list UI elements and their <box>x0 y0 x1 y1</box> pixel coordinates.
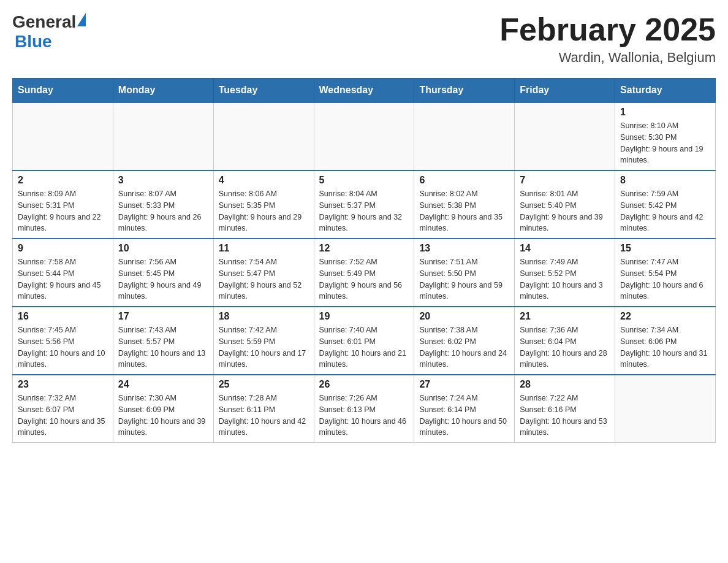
day-number: 18 <box>219 311 309 322</box>
day-number: 14 <box>520 243 610 254</box>
day-info: Sunrise: 8:10 AMSunset: 5:30 PMDaylight:… <box>620 120 710 166</box>
day-number: 20 <box>419 311 509 322</box>
day-info: Sunrise: 7:45 AMSunset: 5:56 PMDaylight:… <box>18 324 108 370</box>
day-info: Sunrise: 7:42 AMSunset: 5:59 PMDaylight:… <box>219 324 309 370</box>
calendar-cell: 28Sunrise: 7:22 AMSunset: 6:16 PMDayligh… <box>515 375 615 443</box>
day-number: 22 <box>620 311 710 322</box>
calendar-cell <box>515 102 615 170</box>
day-info: Sunrise: 7:24 AMSunset: 6:14 PMDaylight:… <box>419 393 509 439</box>
day-number: 24 <box>118 379 208 390</box>
day-info: Sunrise: 7:59 AMSunset: 5:42 PMDaylight:… <box>620 188 710 234</box>
day-info: Sunrise: 7:58 AMSunset: 5:44 PMDaylight:… <box>18 256 108 302</box>
day-number: 2 <box>18 175 108 186</box>
day-info: Sunrise: 7:36 AMSunset: 6:04 PMDaylight:… <box>520 324 610 370</box>
day-number: 3 <box>118 175 208 186</box>
day-number: 4 <box>219 175 309 186</box>
day-info: Sunrise: 8:09 AMSunset: 5:31 PMDaylight:… <box>18 188 108 234</box>
calendar-header-row: SundayMondayTuesdayWednesdayThursdayFrid… <box>13 79 716 103</box>
logo-blue-text: Blue <box>15 32 86 52</box>
calendar-cell: 5Sunrise: 8:04 AMSunset: 5:37 PMDaylight… <box>314 170 414 239</box>
day-number: 19 <box>319 311 409 322</box>
calendar-cell: 4Sunrise: 8:06 AMSunset: 5:35 PMDaylight… <box>213 170 314 239</box>
day-number: 15 <box>620 243 710 254</box>
calendar-cell: 1Sunrise: 8:10 AMSunset: 5:30 PMDaylight… <box>615 102 716 170</box>
calendar-cell: 17Sunrise: 7:43 AMSunset: 5:57 PMDayligh… <box>113 307 213 375</box>
calendar-cell: 7Sunrise: 8:01 AMSunset: 5:40 PMDaylight… <box>515 170 615 239</box>
day-number: 9 <box>18 243 108 254</box>
column-header-monday: Monday <box>113 79 213 103</box>
day-info: Sunrise: 8:04 AMSunset: 5:37 PMDaylight:… <box>319 188 409 234</box>
day-info: Sunrise: 7:54 AMSunset: 5:47 PMDaylight:… <box>219 256 309 302</box>
column-header-friday: Friday <box>515 79 615 103</box>
column-header-thursday: Thursday <box>414 79 515 103</box>
column-header-wednesday: Wednesday <box>314 79 414 103</box>
day-number: 25 <box>219 379 309 390</box>
calendar-cell: 16Sunrise: 7:45 AMSunset: 5:56 PMDayligh… <box>13 307 113 375</box>
day-info: Sunrise: 7:22 AMSunset: 6:16 PMDaylight:… <box>520 393 610 439</box>
day-number: 26 <box>319 379 409 390</box>
day-info: Sunrise: 7:34 AMSunset: 6:06 PMDaylight:… <box>620 324 710 370</box>
day-info: Sunrise: 7:28 AMSunset: 6:11 PMDaylight:… <box>219 393 309 439</box>
column-header-sunday: Sunday <box>13 79 113 103</box>
calendar-cell: 10Sunrise: 7:56 AMSunset: 5:45 PMDayligh… <box>113 239 213 307</box>
day-info: Sunrise: 7:40 AMSunset: 6:01 PMDaylight:… <box>319 324 409 370</box>
day-number: 23 <box>18 379 108 390</box>
calendar-cell: 9Sunrise: 7:58 AMSunset: 5:44 PMDaylight… <box>13 239 113 307</box>
calendar-week-row: 23Sunrise: 7:32 AMSunset: 6:07 PMDayligh… <box>13 375 716 443</box>
day-info: Sunrise: 7:26 AMSunset: 6:13 PMDaylight:… <box>319 393 409 439</box>
calendar-cell: 23Sunrise: 7:32 AMSunset: 6:07 PMDayligh… <box>13 375 113 443</box>
calendar-cell: 21Sunrise: 7:36 AMSunset: 6:04 PMDayligh… <box>515 307 615 375</box>
calendar-cell: 14Sunrise: 7:49 AMSunset: 5:52 PMDayligh… <box>515 239 615 307</box>
day-number: 27 <box>419 379 509 390</box>
month-title: February 2025 <box>499 12 716 47</box>
day-info: Sunrise: 7:51 AMSunset: 5:50 PMDaylight:… <box>419 256 509 302</box>
calendar-week-row: 1Sunrise: 8:10 AMSunset: 5:30 PMDaylight… <box>13 102 716 170</box>
calendar-cell <box>113 102 213 170</box>
calendar-cell: 15Sunrise: 7:47 AMSunset: 5:54 PMDayligh… <box>615 239 716 307</box>
calendar-cell: 24Sunrise: 7:30 AMSunset: 6:09 PMDayligh… <box>113 375 213 443</box>
calendar-cell: 22Sunrise: 7:34 AMSunset: 6:06 PMDayligh… <box>615 307 716 375</box>
day-number: 13 <box>419 243 509 254</box>
day-number: 1 <box>620 107 710 118</box>
calendar-cell: 3Sunrise: 8:07 AMSunset: 5:33 PMDaylight… <box>113 170 213 239</box>
logo-general-text: General <box>12 12 76 32</box>
calendar-cell: 26Sunrise: 7:26 AMSunset: 6:13 PMDayligh… <box>314 375 414 443</box>
day-number: 5 <box>319 175 409 186</box>
calendar-cell: 8Sunrise: 7:59 AMSunset: 5:42 PMDaylight… <box>615 170 716 239</box>
day-info: Sunrise: 7:32 AMSunset: 6:07 PMDaylight:… <box>18 393 108 439</box>
calendar-cell: 12Sunrise: 7:52 AMSunset: 5:49 PMDayligh… <box>314 239 414 307</box>
column-header-saturday: Saturday <box>615 79 716 103</box>
day-info: Sunrise: 7:47 AMSunset: 5:54 PMDaylight:… <box>620 256 710 302</box>
day-info: Sunrise: 8:07 AMSunset: 5:33 PMDaylight:… <box>118 188 208 234</box>
calendar-week-row: 16Sunrise: 7:45 AMSunset: 5:56 PMDayligh… <box>13 307 716 375</box>
calendar-cell: 13Sunrise: 7:51 AMSunset: 5:50 PMDayligh… <box>414 239 515 307</box>
calendar-cell <box>13 102 113 170</box>
day-number: 6 <box>419 175 509 186</box>
calendar-cell: 27Sunrise: 7:24 AMSunset: 6:14 PMDayligh… <box>414 375 515 443</box>
day-number: 7 <box>520 175 610 186</box>
title-block: February 2025 Wardin, Wallonia, Belgium <box>499 12 716 66</box>
calendar-table: SundayMondayTuesdayWednesdayThursdayFrid… <box>12 78 716 443</box>
day-info: Sunrise: 8:01 AMSunset: 5:40 PMDaylight:… <box>520 188 610 234</box>
calendar-cell: 20Sunrise: 7:38 AMSunset: 6:02 PMDayligh… <box>414 307 515 375</box>
calendar-cell <box>615 375 716 443</box>
day-info: Sunrise: 8:02 AMSunset: 5:38 PMDaylight:… <box>419 188 509 234</box>
day-info: Sunrise: 7:30 AMSunset: 6:09 PMDaylight:… <box>118 393 208 439</box>
day-number: 16 <box>18 311 108 322</box>
day-info: Sunrise: 7:52 AMSunset: 5:49 PMDaylight:… <box>319 256 409 302</box>
day-info: Sunrise: 7:49 AMSunset: 5:52 PMDaylight:… <box>520 256 610 302</box>
day-number: 10 <box>118 243 208 254</box>
column-header-tuesday: Tuesday <box>213 79 314 103</box>
day-info: Sunrise: 7:38 AMSunset: 6:02 PMDaylight:… <box>419 324 509 370</box>
day-number: 28 <box>520 379 610 390</box>
page-header: General Blue February 2025 Wardin, Wallo… <box>12 12 716 66</box>
day-info: Sunrise: 7:43 AMSunset: 5:57 PMDaylight:… <box>118 324 208 370</box>
calendar-cell <box>213 102 314 170</box>
logo-triangle-icon <box>77 13 86 26</box>
day-number: 21 <box>520 311 610 322</box>
logo: General Blue <box>12 12 86 52</box>
calendar-cell: 25Sunrise: 7:28 AMSunset: 6:11 PMDayligh… <box>213 375 314 443</box>
calendar-cell <box>414 102 515 170</box>
calendar-cell: 11Sunrise: 7:54 AMSunset: 5:47 PMDayligh… <box>213 239 314 307</box>
day-info: Sunrise: 7:56 AMSunset: 5:45 PMDaylight:… <box>118 256 208 302</box>
